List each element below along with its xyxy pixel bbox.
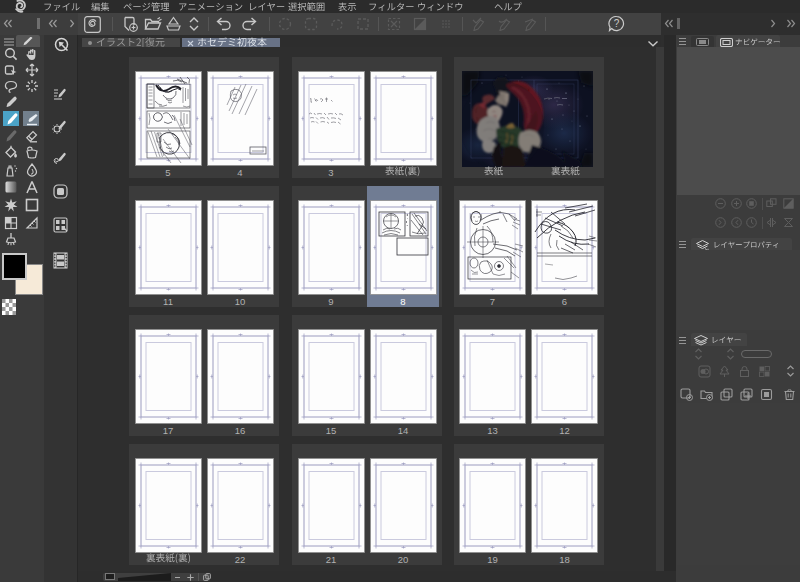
svg-text:?: ? — [614, 18, 620, 29]
